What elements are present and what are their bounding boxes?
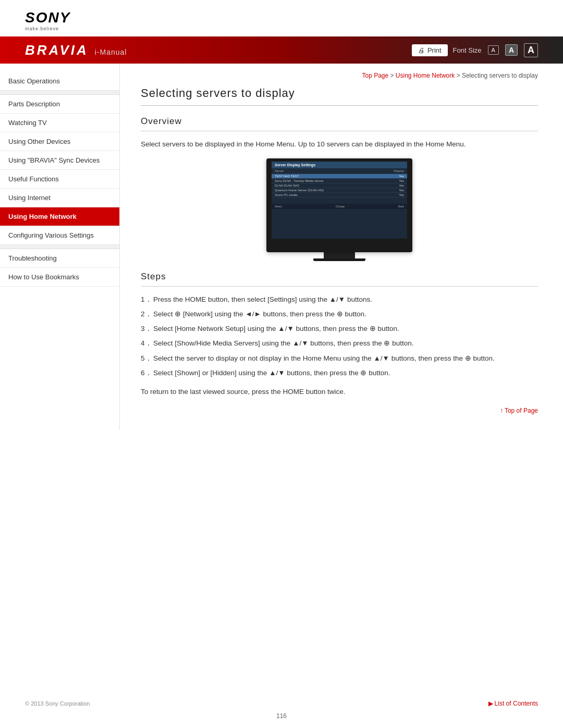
step-2: 2． Select ⊕ [Network] using the ◄/► butt… [141,309,538,320]
step-num-3: 3． [141,323,152,335]
sony-tagline: make.believe [25,26,59,31]
tv-menu-title: Server Display Settings [272,162,407,168]
step-5: 5． Select the server to display or not d… [141,353,538,364]
step-1: 1． Press the HOME button, then select [S… [141,294,538,305]
breadcrumb-separator-1: > [390,72,396,79]
sidebar-label: Using "BRAVIA" Sync Devices [8,156,100,164]
sidebar-label: Using Other Devices [8,138,70,145]
step-num-1: 1． [141,294,152,305]
breadcrumb-current: Selecting servers to display [462,72,538,79]
tv-menu-row-1: TEST NAS TEST Yes [272,174,407,179]
sidebar-item-parts-description[interactable]: Parts Description [0,95,119,114]
sidebar-label: Using Internet [8,194,51,202]
sidebar-label: Using Home Network [8,213,77,220]
bravia-brand: BRAVIA [25,42,89,58]
tv-nav-back: Back [398,205,404,208]
steps-heading: Steps [141,272,538,287]
sidebar-label: How to Use Bookmarks [8,273,79,281]
tv-nav-select: Select [275,205,282,208]
print-icon: 🖨 [418,46,425,54]
sidebar-divider-1 [0,91,119,95]
sidebar-label: Watching TV [8,119,47,127]
step-text-5: Select the server to display or not disp… [153,354,495,362]
step-text-4: Select [Show/Hide Media Servers] using t… [153,339,413,347]
sidebar-item-watching-tv[interactable]: Watching TV [0,114,119,132]
tv-bottom-bar [272,198,407,204]
screenshot-container: Server Display Settings Server Display T… [141,158,538,261]
breadcrumb-using-home-network[interactable]: Using Home Network [396,72,455,79]
tv-server-display: Yes [399,184,404,187]
sidebar-label: Useful Functions [8,175,59,183]
steps-list: 1． Press the HOME button, then select [S… [141,294,538,379]
footer-links: Top of Page [141,407,538,414]
sidebar-item-using-bravia-sync[interactable]: Using "BRAVIA" Sync Devices [0,151,119,170]
breadcrumb-separator-2: > [457,72,462,79]
step-text-6: Select [Shown] or [Hidden] using the ▲/▼… [153,369,390,377]
font-size-label: Font Size [453,46,482,54]
breadcrumb-top-page[interactable]: Top Page [362,72,388,79]
overview-heading: Overview [141,116,538,131]
sidebar-label: Parts Description [8,100,60,108]
step-num-4: 4． [141,338,152,349]
sidebar-item-troubleshooting[interactable]: Troubleshooting [0,249,119,268]
sidebar-divider-2 [0,245,119,249]
imanual-subtitle: i-Manual [95,48,127,56]
sidebar-item-using-home-network[interactable]: Using Home Network [0,207,119,226]
tv-server-display: Yes [399,175,404,178]
sidebar-item-using-internet[interactable]: Using Internet [0,189,119,207]
bravia-title: BRAVIA i-Manual [25,42,127,58]
sidebar-item-useful-functions[interactable]: Useful Functions [0,170,119,189]
page-number: 116 [276,712,287,720]
tv-menu-header: Server Display [272,168,407,174]
step-text-1: Press the HOME button, then select [Sett… [153,295,372,303]
sony-brand-text: SONY [25,9,70,26]
sidebar-label: Troubleshooting [8,254,57,262]
page-footer: © 2013 Sony Corporation List of Contents [0,700,563,707]
sidebar-item-using-other-devices[interactable]: Using Other Devices [0,132,119,151]
tv-col-display: Display [394,169,404,172]
tv-unit: Server Display Settings Server Display T… [266,158,412,261]
sidebar-item-configuring-various[interactable]: Configuring Various Settings [0,226,119,245]
font-large-button[interactable]: A [524,43,538,57]
step-num-5: 5． [141,353,152,364]
step-text-3: Select [Home Network Setup] using the ▲/… [153,325,399,332]
logo-area: SONY make.believe [0,0,563,36]
tv-menu-row-4: Quantum Home Server (DLNA-HD) Yes [272,188,407,193]
tv-nav-change: Change [336,205,345,208]
sidebar-label: Configuring Various Settings [8,231,94,239]
sidebar-label: Basic Operations [8,77,60,85]
overview-text: Select servers to be displayed in the Ho… [141,139,538,150]
font-medium-button[interactable]: A [505,44,518,56]
tv-server-name: TEST NAS TEST [275,175,299,178]
sidebar-item-how-to-use-bookmarks[interactable]: How to Use Bookmarks [0,268,119,287]
tv-server-name: DLNA DLNA NAS [275,184,299,187]
tv-server-display: Yes [399,189,404,192]
top-bar: BRAVIA i-Manual 🖨 Print Font Size A A A [0,36,563,64]
tv-server-name: Score PC media [275,193,298,196]
sidebar-item-basic-operations[interactable]: Basic Operations [0,72,119,91]
tv-server-display: Yes [399,179,404,182]
tv-base [313,258,365,261]
sony-logo: SONY make.believe [25,9,70,31]
sidebar: Basic Operations Parts Description Watch… [0,64,120,430]
breadcrumb: Top Page > Using Home Network > Selectin… [141,72,538,79]
tv-server-display: Yes [399,193,404,196]
font-small-button[interactable]: A [488,45,499,55]
list-of-contents-link[interactable]: List of Contents [488,700,538,707]
tv-server-name: Quantum Home Server (DLNA-HD) [275,189,324,192]
tv-bottom-nav: Select Change Back [272,204,407,209]
step-num-2: 2． [141,309,152,320]
top-of-page-link[interactable]: Top of Page [500,407,538,414]
tv-stand [324,252,355,258]
tv-menu-row-2: Sony DLNA - Twonky Media Server Yes [272,179,407,183]
page-title: Selecting servers to display [141,87,538,106]
print-label: Print [427,46,442,54]
return-note: To return to the last viewed source, pre… [141,386,538,398]
tv-screenshot: Server Display Settings Server Display T… [266,158,412,252]
step-3: 3． Select [Home Network Setup] using the… [141,323,538,335]
content-area: Top Page > Using Home Network > Selectin… [120,64,563,430]
main-container: Basic Operations Parts Description Watch… [0,64,563,430]
tv-screen: Server Display Settings Server Display T… [272,162,407,239]
tv-server-name: Sony DLNA - Twonky Media Server [275,179,324,182]
print-button[interactable]: 🖨 Print [412,44,448,56]
